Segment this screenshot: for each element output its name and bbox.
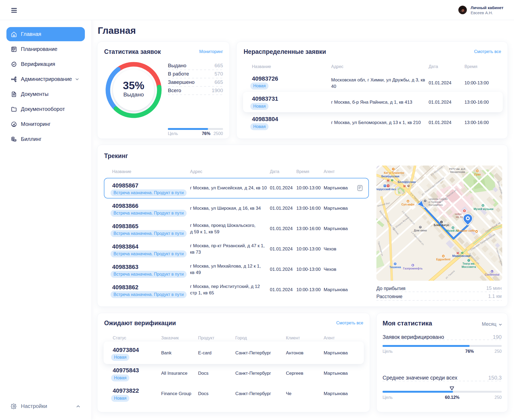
svg-text:Выдано: Выдано: [123, 91, 144, 98]
svg-text:Газпромнефть: Газпромнефть: [403, 267, 423, 270]
svg-text:Кит и Планктон: Кит и Планктон: [384, 171, 404, 174]
svg-text:РХТУ им. Д.И.: РХТУ им. Д.И.: [449, 167, 466, 170]
svg-text:Белорусский вкз.: Белорусский вкз.: [376, 188, 396, 191]
svg-text:Белорусская: Белорусская: [398, 180, 415, 183]
svg-text:5: 5: [408, 185, 409, 187]
svg-text:Валаамских: Валаамских: [429, 203, 443, 206]
svg-text:Церковь Сергия: Церковь Сергия: [429, 197, 448, 200]
svg-text:Менделеева: Менделеева: [450, 170, 465, 173]
svg-text:Eggsellent: Eggsellent: [436, 258, 451, 261]
svg-text:Дом кино: Дом кино: [414, 229, 427, 232]
svg-text:Моссовета: Моссовета: [462, 265, 476, 268]
svg-text:М: М: [387, 179, 389, 182]
svg-text:Маяковская: Маяковская: [452, 254, 470, 257]
svg-text:Блек Ангус: Блек Ангус: [434, 223, 449, 227]
svg-text:Музей музыки: Музей музыки: [474, 207, 493, 211]
svg-text:Суп-кафе: Суп-кафе: [401, 203, 414, 206]
svg-text:35%: 35%: [123, 80, 144, 91]
svg-text:Театр им.: Театр им.: [463, 262, 475, 265]
svg-text:J'pan: J'pan: [474, 173, 481, 176]
svg-text:Roaster coffee: Roaster coffee: [457, 229, 477, 232]
svg-text:и Германа: и Германа: [429, 200, 441, 203]
svg-text:Белорусская: Белорусская: [381, 175, 399, 178]
svg-text:М: М: [403, 185, 406, 188]
svg-text:2: 2: [392, 179, 393, 181]
svg-text:Continental: Continental: [485, 273, 500, 276]
svg-text:Тишинка: Тишинка: [390, 266, 401, 269]
svg-text:нейро: нейро: [455, 213, 462, 215]
svg-text:2: 2: [462, 252, 463, 254]
svg-text:им. Бу: им. Бу: [456, 216, 463, 218]
